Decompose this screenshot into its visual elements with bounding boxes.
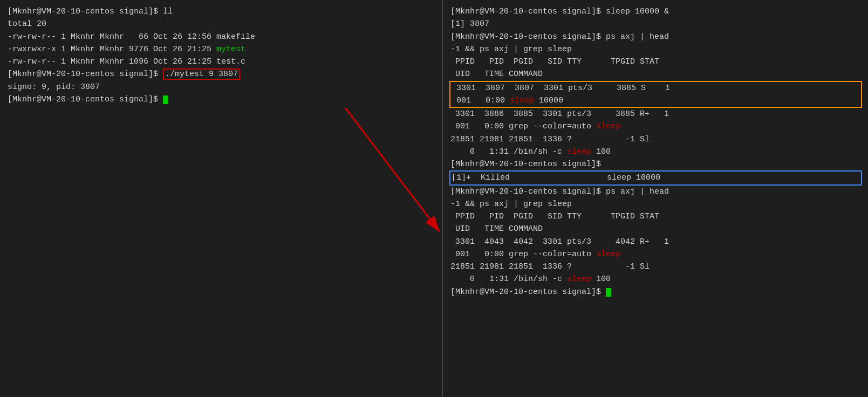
r-line-20: 001 0:00 grep --color=auto sleep (450, 248, 861, 261)
line-1: [Mknhr@VM-20-10-centos signal]$ ll (8, 5, 435, 18)
r-line-4: -1 && ps axj | grep sleep (450, 43, 861, 56)
r-line-23: [Mknhr@VM-20-10-centos signal]$ (450, 286, 861, 298)
r-line-11: 21851 21981 21851 1336 ? -1 Sl (450, 133, 861, 146)
r-line-3: [Mknhr@VM-20-10-centos signal]$ ps axj |… (450, 31, 861, 43)
orange-box: 3301 3807 3807 3301 pts/3 3885 S 1 001 0… (449, 81, 862, 108)
cursor-right (606, 288, 611, 297)
r-line-7: 3301 3807 3807 3301 pts/3 3885 S 1 (452, 82, 860, 94)
r-line-9: 3301 3886 3885 3301 pts/3 3885 R+ 1 (450, 108, 861, 120)
r-line-14: [1]+ Killed sleep 10000 (452, 172, 860, 184)
line-4: -rwxrwxr-x 1 Mknhr Mknhr 9776 Oct 26 21:… (8, 43, 435, 56)
r-line-2: [1] 3807 (450, 18, 861, 30)
terminal-left[interactable]: [Mknhr@VM-20-10-centos signal]$ ll total… (0, 0, 442, 397)
r-line-13: [Mknhr@VM-20-10-centos signal]$ (450, 158, 861, 170)
mytest-command-box: ./mytest 9 3807 (163, 69, 240, 80)
r-line-16: -1 && ps axj | grep sleep (450, 198, 861, 210)
line-8: [Mknhr@VM-20-10-centos signal]$ (8, 93, 435, 106)
r-line-19: 3301 4043 4042 3301 pts/3 4042 R+ 1 (450, 236, 861, 248)
r-line-12: 0 1:31 /bin/sh -c sleep 100 (450, 146, 861, 158)
line-5: -rw-rw-r-- 1 Mknhr Mknhr 1096 Oct 26 21:… (8, 56, 435, 68)
line-3: -rw-rw-r-- 1 Mknhr Mknhr 66 Oct 26 12:56… (8, 31, 435, 43)
line-6: [Mknhr@VM-20-10-centos signal]$ ./mytest… (8, 68, 435, 80)
r-line-21: 21851 21981 21851 1336 ? -1 Sl (450, 261, 861, 273)
cursor-left (163, 95, 168, 104)
line-7: signo: 9, pid: 3807 (8, 81, 435, 93)
terminal-container: [Mknhr@VM-20-10-centos signal]$ ll total… (0, 0, 868, 397)
r-line-1: [Mknhr@VM-20-10-centos signal]$ sleep 10… (450, 5, 861, 18)
r-line-5: PPID PID PGID SID TTY TPGID STAT (450, 56, 861, 68)
blue-box: [1]+ Killed sleep 10000 (449, 170, 862, 185)
r-line-6: UID TIME COMMAND (450, 68, 861, 80)
r-line-17: PPID PID PGID SID TTY TPGID STAT (450, 210, 861, 223)
svg-line-1 (345, 108, 440, 232)
terminal-right[interactable]: [Mknhr@VM-20-10-centos signal]$ sleep 10… (443, 0, 868, 397)
r-line-10: 001 0:00 grep --color=auto sleep (450, 120, 861, 133)
r-line-15: [Mknhr@VM-20-10-centos signal]$ ps axj |… (450, 186, 861, 198)
r-line-22: 0 1:31 /bin/sh -c sleep 100 (450, 273, 861, 285)
r-line-18: UID TIME COMMAND (450, 223, 861, 235)
line-2: total 20 (8, 18, 435, 30)
r-line-8: 001 0:00 sleep 10000 (452, 94, 860, 107)
